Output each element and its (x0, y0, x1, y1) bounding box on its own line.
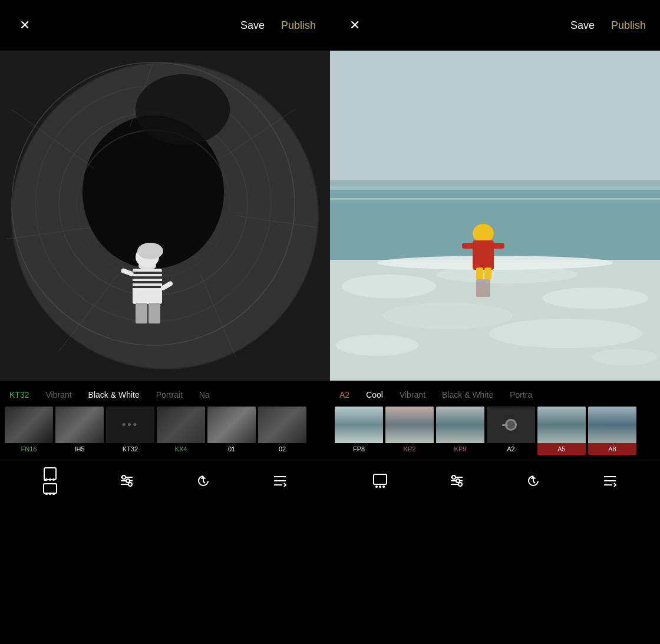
right-filter-area: A2 Cool Vibrant Black & White Portra FP8… (330, 381, 660, 460)
right-header-actions: Save Publish (570, 19, 646, 32)
left-tool-history[interactable] (189, 466, 218, 496)
right-publish-button[interactable]: Publish (611, 19, 646, 32)
filter-thumb-a8[interactable]: A8 (588, 407, 636, 455)
svg-point-35 (52, 494, 55, 495)
left-grid-icon (43, 483, 57, 495)
svg-point-76 (452, 475, 456, 479)
svg-rect-69 (374, 474, 387, 484)
svg-rect-66 (462, 243, 474, 249)
stack-icon (273, 475, 287, 487)
svg-point-14 (136, 74, 230, 145)
left-filter-thumbnails: FN16 IH5 ••• KT32 KX4 01 (0, 407, 330, 455)
svg-rect-20 (133, 276, 162, 279)
right-filter-cat-0[interactable]: A2 (339, 390, 349, 399)
filter-label-kx4: KX4 (157, 445, 205, 453)
right-filter-cat-1[interactable]: Cool (366, 390, 383, 399)
left-filter-categories: KT32 Vibrant Black & White Portrait Na (0, 390, 330, 399)
svg-rect-65 (484, 267, 491, 279)
left-header-actions: Save Publish (240, 19, 316, 32)
filter-thumb-kt32[interactable]: ••• KT32 (106, 407, 154, 455)
svg-point-34 (49, 494, 51, 495)
svg-point-30 (49, 478, 51, 481)
left-filter-cat-1[interactable]: Vibrant (45, 390, 71, 399)
left-close-button[interactable]: ✕ (14, 15, 35, 36)
svg-point-56 (542, 288, 648, 309)
svg-rect-32 (44, 484, 57, 493)
right-header: ✕ Save Publish (330, 0, 660, 51)
filter-thumb-a5[interactable]: A5 (537, 407, 586, 455)
svg-line-43 (203, 481, 205, 483)
svg-point-71 (379, 486, 381, 488)
filter-label-ih5: IH5 (55, 445, 104, 453)
left-filter-area: KT32 Vibrant Black & White Portrait Na F… (0, 381, 330, 460)
filter-thumb-01[interactable]: 01 (207, 407, 256, 455)
filter-label-a2: A2 (487, 445, 535, 453)
filter-label-kp2: KP2 (385, 445, 434, 453)
left-tool-sliders[interactable] (112, 466, 141, 496)
left-photo (0, 51, 330, 381)
svg-point-61 (377, 256, 613, 270)
filter-thumb-fn16[interactable]: FN16 (5, 407, 53, 455)
svg-rect-27 (44, 468, 56, 480)
right-tool-grid[interactable] (365, 466, 395, 496)
svg-point-31 (52, 478, 55, 481)
left-filter-cat-4[interactable]: Na (199, 390, 210, 399)
left-tool-stack[interactable] (265, 466, 295, 496)
svg-point-70 (375, 486, 378, 488)
svg-point-72 (382, 486, 385, 488)
filter-thumb-kp2[interactable]: KP2 (385, 407, 434, 455)
right-filter-categories: A2 Cool Vibrant Black & White Portra (330, 390, 660, 399)
right-tool-history[interactable] (519, 466, 548, 496)
filter-label-kt32: KT32 (106, 445, 154, 453)
filter-thumb-a2[interactable]: A2 (487, 407, 535, 455)
right-close-button[interactable]: ✕ (344, 15, 365, 36)
left-tool-grid[interactable] (35, 466, 65, 496)
svg-point-17 (137, 243, 163, 259)
left-filter-cat-2[interactable]: Black & White (88, 390, 140, 399)
right-grid-icon (373, 474, 387, 488)
right-filter-cat-3[interactable]: Black & White (442, 390, 493, 399)
grid-icon (43, 467, 57, 481)
svg-point-41 (128, 483, 132, 486)
left-publish-button[interactable]: Publish (281, 19, 316, 32)
filter-label-fp8: FP8 (335, 445, 383, 453)
right-filter-cat-4[interactable]: Portra (510, 390, 532, 399)
right-filter-thumbnails: FP8 KP2 KP9 A2 (330, 407, 660, 455)
filter-thumb-kx4[interactable]: KX4 (157, 407, 205, 455)
svg-point-40 (126, 479, 130, 483)
filter-thumb-fp8[interactable]: FP8 (335, 407, 383, 455)
svg-rect-67 (493, 243, 504, 249)
left-header: ✕ Save Publish (0, 0, 330, 51)
filter-thumb-kp9[interactable]: KP9 (436, 407, 484, 455)
right-stack-icon (603, 475, 617, 487)
filter-thumb-02[interactable]: 02 (258, 407, 306, 455)
right-filter-cat-2[interactable]: Vibrant (400, 390, 425, 399)
left-bottom-toolbar (0, 460, 330, 501)
filter-label-a5: A5 (537, 445, 586, 453)
left-filter-cat-0[interactable]: KT32 (9, 390, 29, 399)
sliders-icon (120, 475, 134, 487)
right-panel: ✕ Save Publish (330, 0, 660, 644)
svg-line-80 (533, 481, 535, 483)
svg-point-33 (45, 494, 48, 495)
filter-thumb-ih5[interactable]: IH5 (55, 407, 104, 455)
svg-point-60 (592, 349, 657, 365)
right-save-button[interactable]: Save (570, 19, 595, 32)
svg-rect-48 (330, 51, 660, 186)
right-history-icon (526, 474, 540, 488)
svg-rect-23 (136, 303, 147, 323)
svg-point-62 (473, 224, 494, 243)
svg-point-29 (45, 478, 48, 481)
svg-rect-63 (473, 240, 494, 270)
left-save-button[interactable]: Save (240, 19, 265, 32)
filter-label-02: 02 (258, 445, 306, 453)
right-tool-stack[interactable] (595, 466, 625, 496)
filter-kt32-dots: ••• (106, 407, 154, 443)
svg-rect-68 (476, 279, 490, 297)
svg-rect-19 (133, 272, 162, 274)
right-tool-sliders[interactable] (442, 466, 471, 496)
svg-point-57 (383, 303, 513, 329)
left-filter-cat-3[interactable]: Portrait (156, 390, 183, 399)
svg-point-39 (122, 475, 126, 479)
svg-point-77 (456, 479, 460, 483)
